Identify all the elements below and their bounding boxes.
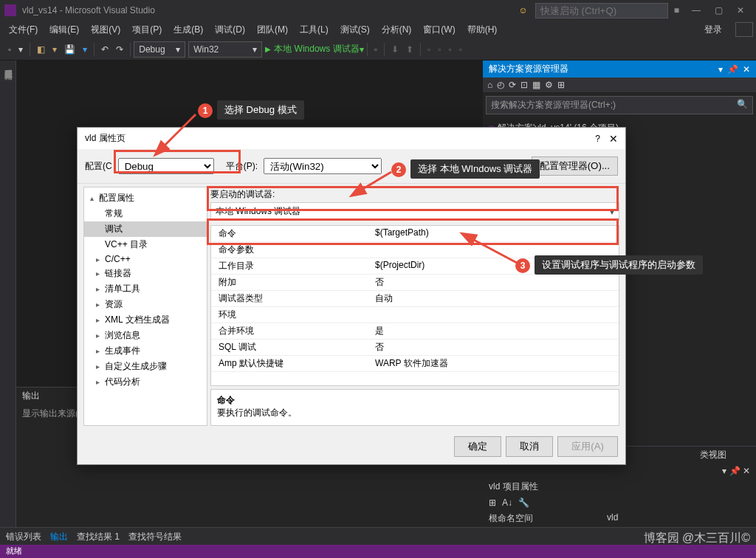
menu-file[interactable]: 文件(F) xyxy=(3,21,44,38)
prop-row-attach: 附加否 xyxy=(211,275,619,291)
save-all-button[interactable]: ▾ xyxy=(79,43,91,56)
menu-help[interactable]: 帮助(H) xyxy=(461,21,504,38)
prop-row-mergeenv: 合并环境是 xyxy=(211,323,619,340)
left-tool-strip[interactable]: 服务器资源管理器 工具箱 xyxy=(0,61,16,527)
menu-analyze[interactable]: 分析(N) xyxy=(376,21,418,38)
window-title: vld_vs14 - Microsoft Visual Studio xyxy=(22,5,518,16)
start-debug-button[interactable]: 本地 Windows 调试器 ▾ xyxy=(265,43,363,55)
menu-edit[interactable]: 编辑(E) xyxy=(44,21,85,38)
toolbar-button[interactable]: ▫ xyxy=(456,43,466,56)
menu-build[interactable]: 生成(B) xyxy=(168,21,209,38)
alpha-sort-icon[interactable]: A↓ xyxy=(502,497,512,508)
annotation-label-3: 设置调试程序与调试程序的启动参数 xyxy=(535,255,703,275)
tree-item-xmldoc[interactable]: ▸XML 文档生成器 xyxy=(84,312,207,328)
tab-find-symbol[interactable]: 查找符号结果 xyxy=(128,531,182,543)
properties-icon[interactable]: ⚙ xyxy=(545,80,553,90)
toolbar-icon[interactable]: ⊞ xyxy=(557,80,565,90)
property-row[interactable]: 根命名空间 vld xyxy=(483,510,756,527)
ok-button[interactable]: 确定 xyxy=(454,436,501,457)
maximize-button[interactable]: ▢ xyxy=(707,5,729,16)
sign-in-link[interactable]: 登录 xyxy=(698,21,731,38)
tree-root[interactable]: ▴配置属性 xyxy=(84,190,207,206)
debugger-combo[interactable]: 本地 Windows 调试器 ▾ xyxy=(210,202,619,221)
menu-view[interactable]: 视图(V) xyxy=(85,21,126,38)
tree-item-vcdirs[interactable]: VC++ 目录 xyxy=(84,237,207,252)
search-icon: 🔍 xyxy=(737,99,748,111)
cancel-button[interactable]: 取消 xyxy=(506,436,553,457)
categorize-icon[interactable]: ⊞ xyxy=(489,497,496,508)
feedback-icon[interactable]: ☺ xyxy=(518,5,527,16)
apply-button[interactable]: 应用(A) xyxy=(557,436,618,457)
platform-select[interactable]: 活动(Win32) xyxy=(264,158,382,174)
dialog-close-button[interactable]: ✕ xyxy=(609,133,618,145)
nav-back-button[interactable]: ◦ xyxy=(4,43,15,56)
property-pages-dialog: vld 属性页 ? ✕ 配置(C Debug 平台(P): 活动(Win32) … xyxy=(77,127,626,465)
menu-tools[interactable]: 工具(L) xyxy=(294,21,334,38)
tab-error-list[interactable]: 错误列表 xyxy=(6,531,41,543)
nav-forward-button[interactable]: ▾ xyxy=(15,43,27,56)
undo-button[interactable]: ↶ xyxy=(97,43,112,56)
toolbar-button[interactable]: ▫ xyxy=(424,43,434,56)
save-button[interactable]: 💾 xyxy=(61,43,79,56)
config-manager-button[interactable]: 配置管理器(O)... xyxy=(532,156,618,176)
menu-test[interactable]: 测试(S) xyxy=(334,21,376,38)
menu-window[interactable]: 窗口(W) xyxy=(417,21,461,38)
properties-title: vld 项目属性 xyxy=(483,478,756,495)
toolbar-button[interactable]: ⬇ xyxy=(388,43,402,56)
tree-item-resources[interactable]: ▸资源 xyxy=(84,297,207,312)
config-select[interactable]: Debug xyxy=(118,158,214,174)
refresh-icon[interactable]: ⟳ xyxy=(509,80,516,90)
new-project-button[interactable]: ◧ xyxy=(33,43,49,56)
tree-item-codeanalysis[interactable]: ▸代码分析 xyxy=(84,374,207,390)
platform-combo[interactable]: Win32▾ xyxy=(188,41,262,58)
bottom-tabs: 错误列表 输出 查找结果 1 查找符号结果 xyxy=(0,527,756,546)
notification-icon[interactable]: ■ xyxy=(674,5,679,16)
menu-project[interactable]: 项目(P) xyxy=(126,21,168,38)
user-icon[interactable] xyxy=(735,22,753,37)
menu-team[interactable]: 团队(M) xyxy=(251,21,294,38)
panel-close-icon[interactable]: ✕ xyxy=(743,64,750,75)
prop-row-command: 命令$(TargetPath) xyxy=(211,226,619,242)
wrench-icon[interactable]: 🔧 xyxy=(518,497,529,508)
property-grid[interactable]: 命令$(TargetPath) 命令参数 工作目录$(ProjectDir) 附… xyxy=(210,225,619,386)
properties-panel: vld 项目属性 ⊞ A↓ 🔧 根命名空间 vld xyxy=(483,478,756,527)
property-tree[interactable]: ▴配置属性 常规 调试 VC++ 目录 ▸C/C++ ▸链接器 ▸清单工具 ▸资… xyxy=(83,187,207,426)
toolbar-button[interactable]: ▫ xyxy=(434,43,444,56)
panel-dropdown-icon[interactable]: ▾ 📌 ✕ xyxy=(722,466,750,476)
quick-launch-input[interactable] xyxy=(535,3,668,18)
solution-search-input[interactable]: 搜索解决方案资源管理器(Ctrl+;) 🔍 xyxy=(486,96,753,114)
menu-bar: 文件(F) 编辑(E) 视图(V) 项目(P) 生成(B) 调试(D) 团队(M… xyxy=(0,21,756,38)
panel-dropdown-icon[interactable]: ▾ xyxy=(718,64,723,75)
tree-item-cpp[interactable]: ▸C/C++ xyxy=(84,252,207,266)
tree-item-buildevents[interactable]: ▸生成事件 xyxy=(84,343,207,359)
pin-icon[interactable]: 📌 xyxy=(727,64,738,75)
tree-item-linker[interactable]: ▸链接器 xyxy=(84,266,207,281)
minimize-button[interactable]: — xyxy=(685,5,707,16)
prop-row-sql: SQL 调试否 xyxy=(211,340,619,356)
toolbar-icon[interactable]: ◴ xyxy=(497,80,504,90)
tree-item-browse[interactable]: ▸浏览信息 xyxy=(84,328,207,343)
toolbar-button[interactable]: ⬆ xyxy=(402,43,417,56)
tree-item-manifest[interactable]: ▸清单工具 xyxy=(84,281,207,297)
show-all-icon[interactable]: ▦ xyxy=(532,80,540,90)
menu-debug[interactable]: 调试(D) xyxy=(209,21,251,38)
config-combo[interactable]: Debug▾ xyxy=(134,41,185,58)
prop-row-dbgtype: 调试器类型自动 xyxy=(211,291,619,307)
tree-item-custom[interactable]: ▸自定义生成步骤 xyxy=(84,359,207,374)
toolbar-button[interactable]: ▫ xyxy=(444,43,455,56)
properties-header: ▾ 📌 ✕ xyxy=(483,464,756,478)
home-icon[interactable]: ⌂ xyxy=(487,80,492,90)
redo-button[interactable]: ↷ xyxy=(112,43,127,56)
tree-item-general[interactable]: 常规 xyxy=(84,206,207,221)
toolbar-button[interactable]: ▫ xyxy=(371,43,381,56)
tab-find-results[interactable]: 查找结果 1 xyxy=(77,531,120,543)
help-button[interactable]: ? xyxy=(595,134,600,144)
toolbar-icon[interactable]: ⊡ xyxy=(520,80,528,90)
tree-item-debug[interactable]: 调试 xyxy=(84,221,207,237)
solution-explorer-header: 解决方案资源管理器 ▾ 📌 ✕ xyxy=(483,61,756,78)
prop-row-env: 环境 xyxy=(211,307,619,323)
open-file-button[interactable]: ▾ xyxy=(49,43,61,56)
close-button[interactable]: ✕ xyxy=(729,5,752,16)
tab-output[interactable]: 输出 xyxy=(50,531,68,543)
title-bar: vld_vs14 - Microsoft Visual Studio ☺ ■ —… xyxy=(0,0,756,21)
